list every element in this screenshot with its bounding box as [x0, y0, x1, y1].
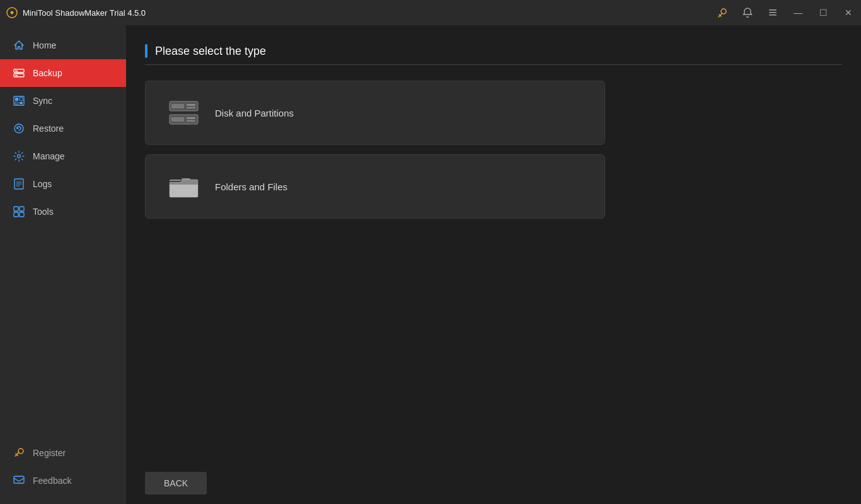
sidebar-item-restore[interactable]: Restore [0, 115, 126, 142]
backup-icon [13, 67, 25, 79]
sidebar-feedback-label: Feedback [33, 476, 71, 486]
sidebar-bottom: Register Feedback [0, 439, 126, 504]
svg-rect-7 [15, 75, 18, 76]
svg-rect-2 [769, 12, 777, 13]
sidebar: Home Backup [0, 25, 126, 504]
title-bar: MiniTool ShadowMaker Trial 4.5.0 [0, 0, 861, 25]
key-icon-btn[interactable] [710, 0, 735, 25]
svg-rect-5 [15, 71, 18, 72]
svg-rect-1 [769, 9, 777, 11]
sidebar-item-manage[interactable]: Manage [0, 142, 126, 170]
svg-rect-3 [769, 14, 777, 16]
main-content: Please select the type [126, 25, 861, 504]
svg-rect-20 [20, 207, 24, 211]
svg-rect-22 [20, 212, 24, 217]
svg-rect-29 [171, 117, 184, 122]
svg-rect-21 [14, 212, 18, 217]
svg-rect-27 [187, 107, 195, 108]
sidebar-item-tools[interactable]: Tools [0, 198, 126, 226]
app-title: MiniTool ShadowMaker Trial 4.5.0 [23, 8, 146, 18]
sidebar-item-register[interactable]: Register [0, 439, 126, 467]
tools-icon [13, 205, 25, 218]
disk-partitions-card[interactable]: Disk and Partitions [145, 81, 605, 145]
manage-icon [13, 150, 25, 163]
sidebar-item-sync[interactable]: Sync [0, 87, 126, 115]
sidebar-sync-label: Sync [33, 96, 52, 106]
svg-point-13 [14, 124, 23, 133]
app-logo: MiniTool ShadowMaker Trial 4.5.0 [6, 7, 146, 18]
page-header-bar [145, 44, 147, 58]
sidebar-item-logs[interactable]: Logs [0, 170, 126, 198]
disk-partitions-icon [165, 97, 202, 129]
feedback-icon [13, 474, 25, 487]
disk-partitions-label: Disk and Partitions [215, 108, 294, 118]
sidebar-home-label: Home [33, 40, 56, 50]
sidebar-item-feedback[interactable]: Feedback [0, 467, 126, 495]
svg-rect-10 [20, 98, 23, 101]
restore-icon [13, 122, 25, 135]
svg-rect-9 [15, 98, 18, 101]
svg-rect-12 [20, 102, 23, 104]
folders-files-icon [165, 171, 202, 202]
svg-rect-30 [187, 117, 195, 119]
page-title: Please select the type [155, 45, 266, 58]
maximize-button[interactable]: ☐ [811, 0, 836, 25]
sync-icon [13, 94, 25, 107]
sidebar-item-home[interactable]: Home [0, 32, 126, 59]
page-header: Please select the type [145, 44, 842, 65]
app-logo-icon [6, 7, 18, 18]
sidebar-tools-label: Tools [33, 207, 54, 217]
svg-rect-11 [15, 102, 18, 104]
sidebar-manage-label: Manage [33, 151, 65, 161]
sidebar-restore-label: Restore [33, 123, 64, 134]
svg-rect-23 [14, 476, 24, 483]
svg-point-14 [18, 155, 21, 158]
sidebar-backup-label: Backup [33, 68, 62, 78]
selection-area: Disk and Partitions Folders and Files [145, 81, 842, 462]
home-icon [13, 39, 25, 52]
app-layout: Home Backup [0, 25, 861, 504]
register-icon [13, 447, 25, 459]
close-button[interactable]: ✕ [836, 0, 861, 25]
back-button[interactable]: BACK [145, 472, 207, 495]
notification-icon-btn[interactable] [735, 0, 760, 25]
logs-icon [13, 178, 25, 190]
svg-rect-26 [187, 104, 195, 106]
sidebar-register-label: Register [33, 448, 66, 458]
folders-files-card[interactable]: Folders and Files [145, 154, 605, 219]
sidebar-item-backup[interactable]: Backup [0, 59, 126, 87]
menu-icon-btn[interactable] [760, 0, 785, 25]
svg-rect-31 [187, 120, 195, 122]
sidebar-nav: Home Backup [0, 32, 126, 439]
minimize-button[interactable]: — [785, 0, 811, 25]
main-footer: BACK [145, 462, 842, 504]
folders-files-label: Folders and Files [215, 181, 287, 192]
sidebar-logs-label: Logs [33, 179, 52, 189]
svg-rect-25 [171, 104, 184, 108]
window-controls: — ☐ ✕ [710, 0, 861, 25]
svg-rect-19 [14, 207, 18, 211]
